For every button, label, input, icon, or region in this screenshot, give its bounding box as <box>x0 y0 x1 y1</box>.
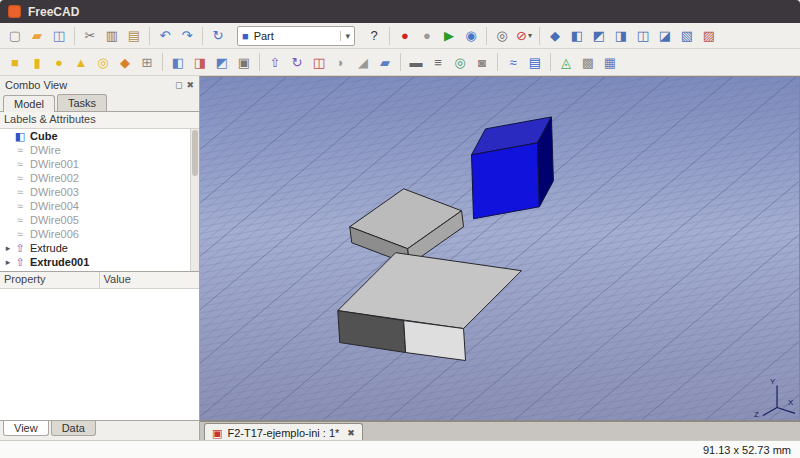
axis-x-label: X <box>788 398 794 407</box>
view-front-button[interactable]: ◧ <box>566 25 588 47</box>
combo-view-tabs: Model Tasks <box>0 93 199 112</box>
tab-view[interactable]: View <box>3 421 49 436</box>
measure-distance-button[interactable]: ▨ <box>698 25 720 47</box>
boolean-cut-button[interactable]: ◨ <box>189 51 211 73</box>
save-document-button[interactable]: ◫ <box>48 25 70 47</box>
defeaturing-icon: ▩ <box>582 56 594 69</box>
check-geometry-button[interactable]: ◬ <box>555 51 577 73</box>
cross-sections-button[interactable]: ≡ <box>427 51 449 73</box>
blue-cube[interactable] <box>472 117 554 219</box>
property-table[interactable] <box>0 289 199 421</box>
refresh-button[interactable]: ↻ <box>207 25 229 47</box>
extrude001-icon: ⇧ <box>13 256 27 269</box>
tree-item-dwire002[interactable]: ≈DWire002 <box>0 171 190 185</box>
window-title: FreeCAD <box>28 5 79 19</box>
tree-item-dwire005[interactable]: ≈DWire005 <box>0 213 190 227</box>
offset-button[interactable]: ◎ <box>449 51 471 73</box>
tree-item-dwire004[interactable]: ≈DWire004 <box>0 199 190 213</box>
cube-front-face[interactable] <box>472 143 540 219</box>
toolbar-standard: ▢▰◫✂▥▤↶↷↻ ■ Part ▾ ?●●▶◉◎⊘▾◆◧◩◨◫◪▧▨ <box>0 23 800 49</box>
fit-all-button[interactable]: ◎ <box>491 25 513 47</box>
toolbar-separator <box>389 27 390 45</box>
defeaturing-button[interactable]: ▩ <box>577 51 599 73</box>
view-top-button[interactable]: ◩ <box>588 25 610 47</box>
copy-button[interactable]: ▥ <box>101 25 123 47</box>
part-cylinder-button[interactable]: ▮ <box>26 51 48 73</box>
property-view-tabs: View Data <box>0 421 199 440</box>
chamfer-button[interactable]: ◢ <box>352 51 374 73</box>
scrollbar-thumb[interactable] <box>192 130 198 176</box>
toolbar-view-group: ?●●▶◉◎⊘▾◆◧◩◨◫◪▧▨ <box>363 25 720 47</box>
tree-item-extrude001[interactable]: ▸⇧Extrude001 <box>0 255 190 269</box>
tab-model[interactable]: Model <box>3 95 55 112</box>
macro-stop-icon: ● <box>423 29 431 42</box>
part-primitives-button[interactable]: ◆ <box>114 51 136 73</box>
undock-icon[interactable]: ◻ <box>175 80 182 90</box>
boolean-intersection-button[interactable]: ◩ <box>211 51 233 73</box>
boolean-union-button[interactable]: ◧ <box>167 51 189 73</box>
titlebar: FreeCAD <box>0 0 800 23</box>
whats-this-button[interactable]: ? <box>363 25 385 47</box>
tree-item-dwire003[interactable]: ≈DWire003 <box>0 185 190 199</box>
dwire004-icon: ≈ <box>13 200 27 212</box>
part-torus-button[interactable]: ◎ <box>92 51 114 73</box>
revolve-button[interactable]: ↻ <box>286 51 308 73</box>
macro-record-button[interactable]: ● <box>394 25 416 47</box>
section-button[interactable]: ▬ <box>405 51 427 73</box>
boolean-operation-icon: ▣ <box>238 56 250 69</box>
close-panel-icon[interactable]: ✖ <box>186 80 194 90</box>
view-right-button[interactable]: ◨ <box>610 25 632 47</box>
shape-builder-button[interactable]: ⊞ <box>136 51 158 73</box>
tree-item-extrude[interactable]: ▸⇧Extrude <box>0 241 190 255</box>
undo-button[interactable]: ↶ <box>154 25 176 47</box>
part-box-button[interactable]: ■ <box>4 51 26 73</box>
tree-item-cube[interactable]: ◧Cube <box>0 129 190 143</box>
workbench-selector[interactable]: ■ Part ▾ <box>237 26 355 46</box>
tree-item-dwire001[interactable]: ≈DWire001 <box>0 157 190 171</box>
chevron-down-icon[interactable]: ▾ <box>340 31 350 41</box>
close-tab-icon[interactable]: ✖ <box>347 428 355 438</box>
tree-item-dwire006[interactable]: ≈DWire006 <box>0 227 190 241</box>
refine-shape-button[interactable]: ▦ <box>599 51 621 73</box>
macro-stop-button[interactable]: ● <box>416 25 438 47</box>
axis-z-label: Z <box>754 410 759 419</box>
sweep-button[interactable]: ≈ <box>502 51 524 73</box>
tab-tasks[interactable]: Tasks <box>57 94 107 111</box>
extrude-button[interactable]: ⇧ <box>264 51 286 73</box>
view-front-icon: ◧ <box>571 29 583 42</box>
mirror-button[interactable]: ◫ <box>308 51 330 73</box>
thickness-button[interactable]: ◙ <box>471 51 493 73</box>
draw-style-button[interactable]: ⊘▾ <box>513 25 535 47</box>
part-sphere-button[interactable]: ● <box>48 51 70 73</box>
view-bottom-button[interactable]: ◪ <box>654 25 676 47</box>
fillet-icon: ◗ <box>337 56 345 69</box>
open-document-button[interactable]: ▰ <box>26 25 48 47</box>
tree-item-label: DWire006 <box>30 228 79 240</box>
tree-item-dwire[interactable]: ≈DWire <box>0 143 190 157</box>
part-primitives-icon: ◆ <box>120 56 130 69</box>
expand-arrow-icon[interactable]: ▸ <box>3 257 13 267</box>
new-document-button[interactable]: ▢ <box>4 25 26 47</box>
new-document-icon: ▢ <box>9 29 21 42</box>
3d-scene[interactable]: Y X Z <box>200 77 799 420</box>
make-face-button[interactable]: ▰ <box>374 51 396 73</box>
macro-run-button[interactable]: ▶ <box>438 25 460 47</box>
3d-viewport[interactable]: Y X Z <box>200 76 800 421</box>
part-cone-button[interactable]: ▲ <box>70 51 92 73</box>
view-rear-button[interactable]: ◫ <box>632 25 654 47</box>
loft-button[interactable]: ▤ <box>524 51 546 73</box>
macro-debug-button[interactable]: ◉ <box>460 25 482 47</box>
toolbar-separator <box>162 53 163 71</box>
tab-data[interactable]: Data <box>51 421 96 436</box>
fillet-button[interactable]: ◗ <box>330 51 352 73</box>
view-left-button[interactable]: ▧ <box>676 25 698 47</box>
cut-button[interactable]: ✂ <box>79 25 101 47</box>
extrude-icon: ⇧ <box>13 242 27 255</box>
view-isometric-button[interactable]: ◆ <box>544 25 566 47</box>
expand-arrow-icon[interactable]: ▸ <box>3 243 13 253</box>
redo-button[interactable]: ↷ <box>176 25 198 47</box>
paste-button[interactable]: ▤ <box>123 25 145 47</box>
tree-scrollbar[interactable] <box>190 129 199 271</box>
tree-item-label: DWire002 <box>30 172 79 184</box>
boolean-operation-button[interactable]: ▣ <box>233 51 255 73</box>
